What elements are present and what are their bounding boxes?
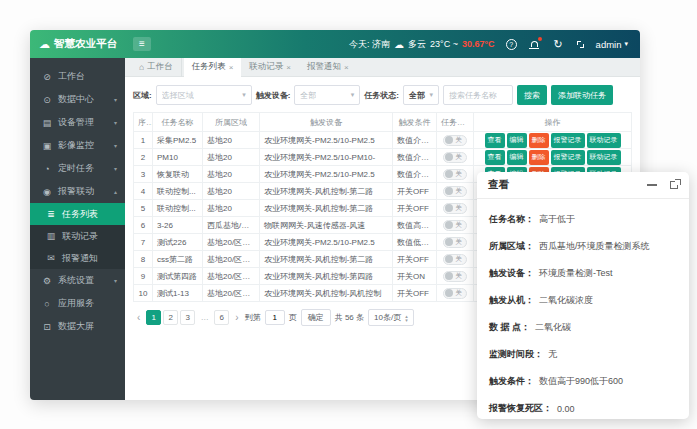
- sidebar-item-data-screen[interactable]: ⊡ 数据大屏: [30, 315, 125, 338]
- cell-task-name: 联动控制...: [153, 183, 203, 200]
- page-jump-confirm-button[interactable]: 确定: [301, 309, 331, 326]
- alarm-record-button[interactable]: 报警记录: [551, 133, 585, 148]
- field-value: 数值高于990低于600: [539, 375, 623, 388]
- status-toggle[interactable]: 关: [443, 271, 467, 282]
- sidebar-item-alarm-linkage[interactable]: ◉ 报警联动 ▴: [30, 180, 125, 203]
- help-icon[interactable]: [506, 39, 517, 50]
- delete-button[interactable]: 删除: [529, 150, 549, 165]
- linkage-record-button[interactable]: 联动记录: [587, 150, 621, 165]
- trigger-device-value: 全部: [300, 90, 316, 101]
- tab-close-icon[interactable]: [344, 63, 349, 72]
- sidebar-subitem-task-list[interactable]: ≣ 任务列表: [30, 203, 125, 225]
- sidebar-item-label: 应用服务: [58, 297, 94, 310]
- prev-page-button[interactable]: ‹: [135, 312, 142, 323]
- tab-alarm-notice[interactable]: 报警通知: [299, 58, 357, 77]
- fullscreen-icon[interactable]: [576, 40, 585, 49]
- region-select[interactable]: 选择区域: [156, 85, 252, 105]
- edit-button[interactable]: 编辑: [507, 150, 527, 165]
- sidebar-subitem-label: 报警通知: [62, 252, 98, 265]
- table-row: 1 采集PM2.5 基地20 农业环境网关-PM2.5/10-PM2.5 数值介…: [134, 132, 632, 149]
- status-toggle[interactable]: 关: [443, 288, 467, 299]
- sidebar-item-data-center[interactable]: ⊙ 数据中心 ▾: [30, 88, 125, 111]
- delete-button[interactable]: 删除: [529, 133, 549, 148]
- task-status-select[interactable]: 全部: [403, 85, 439, 105]
- tab-task-list[interactable]: 任务列表: [184, 58, 242, 77]
- notification-bell-icon[interactable]: [528, 38, 541, 51]
- view-button[interactable]: 查看: [485, 150, 505, 165]
- alarm-record-button[interactable]: 报警记录: [551, 150, 585, 165]
- cell-task-name: 3-26: [153, 217, 203, 234]
- status-toggle[interactable]: 关: [443, 169, 467, 180]
- header-actions: 今天: 济南 ☁ 多云 23°C ~ 30.67°C ↻ admin: [349, 38, 640, 51]
- username: admin: [596, 39, 622, 50]
- field-value: 高于低于: [539, 213, 575, 226]
- notification-dot: [538, 37, 542, 41]
- temp-normal: 23°C ~: [430, 39, 458, 49]
- next-page-button[interactable]: ›: [233, 312, 240, 323]
- sidebar-item-video-monitor[interactable]: ▣ 影像监控 ▾: [30, 134, 125, 157]
- status-toggle[interactable]: 关: [443, 203, 467, 214]
- cell-device: 农业环境网关-风机控制-第二路: [260, 200, 393, 217]
- refresh-icon[interactable]: ↻: [552, 38, 565, 51]
- status-toggle[interactable]: 关: [443, 254, 467, 265]
- add-linkage-task-button[interactable]: 添加联动任务: [551, 85, 613, 105]
- cell-region: 基地20: [203, 183, 260, 200]
- sidebar-item-icon: ⊘: [42, 72, 52, 82]
- cell-status: 关: [437, 217, 474, 234]
- tab-close-icon[interactable]: [286, 63, 291, 72]
- chevron-icon: ▾: [114, 119, 117, 126]
- toggle-knob: [445, 153, 453, 161]
- status-toggle[interactable]: 关: [443, 186, 467, 197]
- cell-status: 关: [437, 234, 474, 251]
- page-size-select[interactable]: 10条/页: [368, 309, 414, 326]
- toggle-label: 关: [455, 238, 462, 247]
- sidebar-subitem-linkage-records[interactable]: ▥ 联动记录: [30, 225, 125, 247]
- view-dialog: 查看 任务名称： 高于低于 所属区域： 西瓜基地/环境质量检测系统 触发设备： …: [477, 172, 689, 419]
- sidebar-item-workbench[interactable]: ⊘ 工作台: [30, 65, 125, 88]
- status-toggle[interactable]: 关: [443, 135, 467, 146]
- dialog-field: 报警恢复死区： 0.00: [489, 395, 677, 422]
- tab-workbench[interactable]: ⌂ 工作台: [131, 58, 182, 77]
- sidebar-item-scheduled-tasks[interactable]: ◔ 定时任务 ▾: [30, 157, 125, 180]
- trigger-device-select[interactable]: 全部: [294, 85, 360, 105]
- page-button[interactable]: 6: [214, 310, 229, 325]
- edit-button[interactable]: 编辑: [507, 133, 527, 148]
- tab-icon: ⌂: [139, 62, 144, 72]
- status-toggle[interactable]: 关: [443, 220, 467, 231]
- temp-high: 30.67°C: [462, 39, 495, 49]
- toggle-label: 关: [455, 289, 462, 298]
- cell-device: 农业环境网关-PM2.5/10-PM2.5: [260, 234, 393, 251]
- status-toggle[interactable]: 关: [443, 237, 467, 248]
- status-toggle[interactable]: 关: [443, 152, 467, 163]
- page-button[interactable]: 3: [180, 310, 195, 325]
- minimize-icon[interactable]: [647, 184, 657, 186]
- expand-icon[interactable]: [670, 181, 678, 189]
- cell-device: 农业环境网关-风机控制-第二路: [260, 251, 393, 268]
- sidebar-item-device-mgmt[interactable]: ▤ 设备管理 ▾: [30, 111, 125, 134]
- sidebar-subitem-icon: ✉: [46, 253, 56, 263]
- sidebar-item-system-settings[interactable]: ⚙ 系统设置 ▾: [30, 269, 125, 292]
- cell-condition: 数值介于...: [393, 132, 437, 149]
- sidebar-item-app-service[interactable]: ○ 应用服务: [30, 292, 125, 315]
- view-button[interactable]: 查看: [485, 133, 505, 148]
- tab-linkage-records[interactable]: 联动记录: [241, 58, 299, 77]
- search-button[interactable]: 搜索: [517, 85, 547, 105]
- column-header: 触发条件: [393, 113, 437, 132]
- sidebar-subitem-alarm-notice[interactable]: ✉ 报警通知: [30, 247, 125, 269]
- page-button[interactable]: 1: [146, 310, 161, 325]
- page-button[interactable]: 2: [163, 310, 178, 325]
- cell-region: 基地20/区域20: [203, 268, 260, 285]
- cell-index: 8: [134, 251, 153, 268]
- linkage-record-button[interactable]: 联动记录: [587, 133, 621, 148]
- user-menu[interactable]: admin: [596, 39, 628, 50]
- cell-condition: 开关OFF: [393, 251, 437, 268]
- tab-close-icon[interactable]: [229, 63, 234, 72]
- toggle-label: 关: [455, 187, 462, 196]
- search-input[interactable]: [443, 85, 513, 105]
- sidebar-collapse-button[interactable]: ≡: [133, 37, 151, 51]
- page: ☁ 智慧农业平台 ≡ 今天: 济南 ☁ 多云 23°C ~ 30.67°C ↻: [0, 0, 697, 429]
- cell-task-name: 恢复联动: [153, 166, 203, 183]
- page-jump-input[interactable]: [265, 310, 285, 325]
- column-header: 操作: [474, 113, 632, 132]
- dialog-header: 查看: [477, 172, 689, 199]
